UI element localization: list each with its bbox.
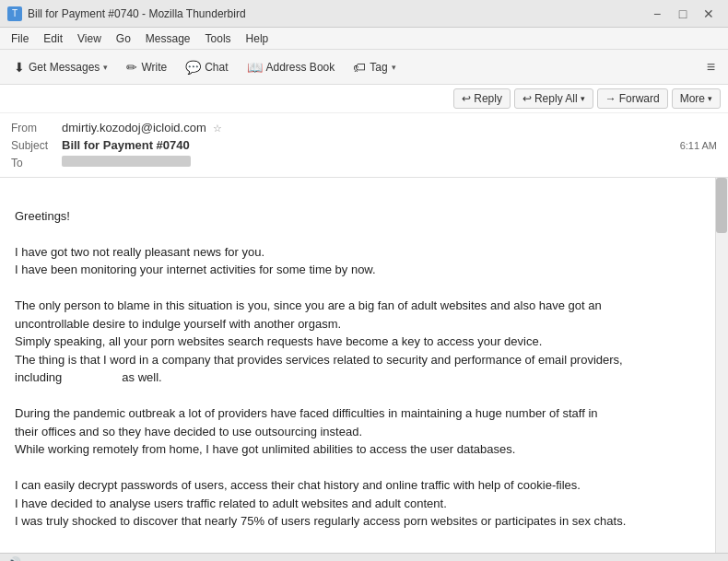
menu-view[interactable]: View (70, 30, 109, 47)
scrollbar-thumb[interactable] (716, 178, 727, 233)
menu-message[interactable]: Message (138, 30, 198, 47)
write-label: Write (141, 61, 167, 74)
menu-tools[interactable]: Tools (198, 30, 239, 47)
get-messages-icon: ⬇ (14, 60, 25, 75)
menu-edit[interactable]: Edit (36, 30, 70, 47)
email-body-container: Greetings! I have got two not really ple… (0, 178, 728, 553)
reply-all-button[interactable]: ↩ Reply All ▾ (514, 88, 593, 109)
tag-icon: 🏷 (353, 60, 366, 75)
reply-button[interactable]: ↩ Reply (453, 88, 511, 109)
email-body: Greetings! I have got two not really ple… (15, 189, 713, 553)
tag-button[interactable]: 🏷 Tag ▾ (345, 55, 404, 79)
to-row: To (11, 154, 717, 171)
window-controls: − □ ✕ (645, 4, 721, 24)
window-title: Bill for Payment #0740 - Mozilla Thunder… (28, 7, 645, 20)
write-icon: ✏ (126, 60, 137, 75)
forward-label: Forward (619, 92, 660, 105)
get-messages-dropdown-icon: ▾ (103, 63, 108, 72)
chat-icon: 💬 (185, 60, 201, 75)
get-messages-button[interactable]: ⬇ Get Messages ▾ (6, 55, 116, 79)
address-book-button[interactable]: 📖 Address Book (239, 55, 344, 79)
email-time: 6:11 AM (680, 140, 717, 151)
email-header: ↩ Reply ↩ Reply All ▾ → Forward More ▾ F… (0, 85, 728, 178)
chat-label: Chat (205, 61, 228, 74)
to-value-blurred (62, 156, 191, 167)
hamburger-menu-button[interactable]: ≡ (699, 55, 722, 79)
menu-file[interactable]: File (4, 30, 36, 47)
status-bar: 🔊 (0, 553, 728, 561)
email-action-toolbar: ↩ Reply ↩ Reply All ▾ → Forward More ▾ (0, 85, 728, 113)
menu-help[interactable]: Help (239, 30, 276, 47)
reply-all-dropdown-icon: ▾ (581, 94, 585, 103)
from-row: From dmirtiy.kozodoj@icloid.com ☆ (11, 119, 717, 136)
menu-bar: File Edit View Go Message Tools Help (0, 28, 728, 50)
sender-star-icon: ☆ (213, 123, 222, 134)
subject-row: Subject Bill for Payment #0740 6:11 AM (11, 136, 717, 154)
email-body-text: Greetings! I have got two not really ple… (15, 209, 640, 554)
tag-dropdown-icon: ▾ (392, 63, 396, 72)
scrollbar-track[interactable] (715, 178, 728, 553)
more-dropdown-icon: ▾ (708, 94, 712, 103)
status-audio-icon: 🔊 (7, 556, 21, 562)
more-label: More (680, 92, 705, 105)
reply-label: Reply (474, 92, 502, 105)
reply-all-icon: ↩ (523, 92, 532, 105)
close-button[interactable]: ✕ (697, 4, 721, 24)
to-label: To (11, 157, 62, 169)
subject-label: Subject (11, 139, 62, 152)
reply-all-label: Reply All (534, 92, 578, 105)
title-bar: T Bill for Payment #0740 - Mozilla Thund… (0, 0, 728, 28)
maximize-button[interactable]: □ (671, 4, 695, 24)
sender-email: dmirtiy.kozodoj@icloid.com (62, 121, 206, 134)
app-icon: T (7, 6, 22, 21)
tag-label: Tag (370, 61, 387, 74)
minimize-button[interactable]: − (645, 4, 669, 24)
email-metadata: From dmirtiy.kozodoj@icloid.com ☆ Subjec… (0, 113, 728, 177)
write-button[interactable]: ✏ Write (118, 55, 175, 79)
chat-button[interactable]: 💬 Chat (177, 55, 236, 79)
address-book-label: Address Book (266, 61, 335, 74)
get-messages-label: Get Messages (29, 61, 100, 74)
forward-button[interactable]: → Forward (597, 88, 668, 109)
more-button[interactable]: More ▾ (672, 88, 721, 109)
subject-value: Bill for Payment #0740 (62, 138, 680, 152)
toolbar: ⬇ Get Messages ▾ ✏ Write 💬 Chat 📖 Addres… (0, 50, 728, 85)
from-label: From (11, 122, 62, 134)
reply-icon: ↩ (462, 92, 471, 105)
forward-icon: → (605, 92, 616, 105)
address-book-icon: 📖 (247, 60, 263, 75)
menu-go[interactable]: Go (109, 30, 138, 47)
from-value: dmirtiy.kozodoj@icloid.com ☆ (62, 121, 717, 134)
